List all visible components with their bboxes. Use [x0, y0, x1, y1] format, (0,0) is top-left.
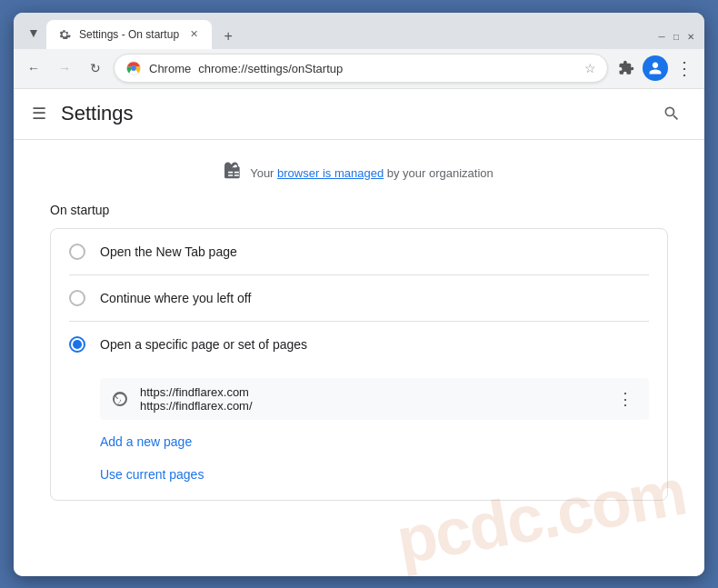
settings-tab-icon: [57, 27, 72, 42]
on-startup-card: Open the New Tab page Continue where you…: [50, 228, 668, 501]
chrome-brand-label: Chrome: [149, 62, 191, 75]
option-continue-label: Continue where you left off: [100, 291, 251, 305]
page-url-info: https://findflarex.com https://findflare…: [140, 385, 613, 413]
settings-body: Your browser is managed by your organiza…: [14, 140, 704, 576]
option-specific-label: Open a specific page or set of pages: [100, 337, 307, 352]
tab-close-btn[interactable]: ✕: [186, 27, 201, 42]
address-url-text: chrome://settings/onStartup: [198, 62, 577, 75]
chrome-logo-icon: [125, 60, 142, 76]
back-btn[interactable]: ←: [21, 55, 46, 81]
search-settings-btn[interactable]: [657, 99, 686, 128]
extensions-btn[interactable]: [613, 55, 639, 81]
page-url-1: https://findflarex.com: [140, 385, 613, 399]
toolbar: ← → ↻ Chrome chrome://settings/onStartup…: [14, 49, 704, 89]
radio-new-tab[interactable]: [69, 244, 85, 260]
radio-continue[interactable]: [69, 290, 85, 306]
bookmark-icon[interactable]: ☆: [584, 61, 596, 75]
new-tab-btn[interactable]: +: [215, 24, 241, 49]
use-current-pages-link[interactable]: Use current pages: [100, 460, 204, 489]
address-bar[interactable]: Chrome chrome://settings/onStartup ☆: [114, 54, 608, 83]
option-continue[interactable]: Continue where you left off: [51, 275, 667, 321]
menu-btn[interactable]: ⋮: [672, 55, 697, 81]
browser-window: ▼ Settings - On startup ✕ + ─ □ ✕ ← → ↻: [14, 13, 704, 576]
radio-specific[interactable]: [69, 336, 85, 353]
maximize-btn[interactable]: □: [670, 31, 683, 44]
managed-notice-text: Your browser is managed by your organiza…: [250, 166, 494, 180]
page-content: ☰ Settings Your browser is managed by yo…: [14, 89, 704, 576]
page-favicon-icon: [111, 390, 129, 408]
profile-btn[interactable]: [643, 55, 668, 81]
option-specific[interactable]: Open a specific page or set of pages: [51, 322, 667, 367]
settings-page-title: Settings: [61, 102, 643, 125]
page-entry: https://findflarex.com https://findflare…: [100, 378, 649, 420]
refresh-btn[interactable]: ↻: [83, 55, 108, 81]
option-new-tab[interactable]: Open the New Tab page: [51, 229, 667, 274]
window-controls: ─ □ ✕: [655, 31, 697, 49]
forward-btn[interactable]: →: [52, 55, 77, 81]
close-btn[interactable]: ✕: [684, 31, 697, 44]
active-tab[interactable]: Settings - On startup ✕: [46, 20, 212, 49]
svg-point-1: [131, 65, 136, 71]
title-bar: ▼ Settings - On startup ✕ + ─ □ ✕: [14, 13, 704, 49]
managed-icon: [224, 162, 243, 184]
page-entry-menu-btn[interactable]: ⋮: [613, 386, 638, 412]
managed-link[interactable]: browser is managed: [277, 166, 384, 180]
minimize-btn[interactable]: ─: [655, 31, 668, 44]
tab-title: Settings - On startup: [79, 28, 179, 41]
option-new-tab-label: Open the New Tab page: [100, 244, 237, 259]
page-url-2: https://findflarex.com/: [140, 399, 613, 413]
settings-header: ☰ Settings: [14, 89, 704, 140]
hamburger-menu-btn[interactable]: ☰: [32, 104, 46, 124]
tab-area: ▼ Settings - On startup ✕ +: [21, 20, 648, 49]
add-new-page-link[interactable]: Add a new page: [100, 427, 192, 456]
specific-pages-section: https://findflarex.com https://findflare…: [51, 367, 667, 500]
toolbar-right: ⋮: [613, 55, 697, 81]
tab-dropdown-btn[interactable]: ▼: [21, 20, 46, 45]
managed-notice: Your browser is managed by your organiza…: [50, 162, 668, 184]
on-startup-section-title: On startup: [50, 203, 668, 217]
